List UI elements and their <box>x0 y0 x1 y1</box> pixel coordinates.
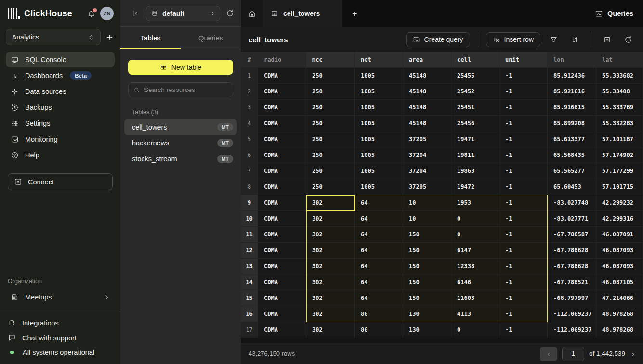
cell-cell[interactable]: 6146 <box>451 274 499 290</box>
cell-area[interactable]: 45148 <box>403 100 451 116</box>
cell-cell[interactable]: 4113 <box>451 306 499 322</box>
cell-mcc[interactable]: 250 <box>306 84 355 100</box>
cell-area[interactable]: 130 <box>403 306 451 322</box>
cell-mcc[interactable]: 250 <box>306 163 355 179</box>
row-number[interactable]: 12 <box>241 243 258 259</box>
cell-net[interactable]: 64 <box>355 290 403 306</box>
cell-radio[interactable]: CDMA <box>258 116 306 131</box>
cell-cell[interactable]: 11603 <box>451 290 499 306</box>
cell-mcc[interactable]: 302 <box>306 211 355 227</box>
cell-unit[interactable]: -1 <box>499 227 548 243</box>
cell-lat[interactable]: 46.087091 <box>596 227 643 243</box>
cell-radio[interactable]: CDMA <box>258 274 306 290</box>
cell-area[interactable]: 37204 <box>403 147 451 163</box>
cell-cell[interactable]: 19811 <box>451 147 499 163</box>
cell-cell[interactable]: 0 <box>451 211 499 227</box>
cell-lon[interactable]: -67.788521 <box>548 274 596 290</box>
cell-unit[interactable]: -1 <box>499 243 548 259</box>
cell-lon[interactable]: -112.069237 <box>548 306 596 322</box>
table-list-item-stocks_stream[interactable]: stocks_streamMT <box>124 151 237 167</box>
cell-cell[interactable]: 12338 <box>451 259 499 274</box>
cell-lon[interactable]: 85.921616 <box>548 84 596 100</box>
cell-lat[interactable]: 46.087093 <box>596 243 643 259</box>
cell-area[interactable]: 150 <box>403 290 451 306</box>
queries-button[interactable]: Queries <box>585 0 643 27</box>
cell-area[interactable]: 150 <box>403 274 451 290</box>
cell-lon[interactable]: 85.912436 <box>548 68 596 84</box>
cell-radio[interactable]: CDMA <box>258 100 306 116</box>
system-status[interactable]: All systems operational <box>8 349 113 356</box>
cell-radio[interactable]: CDMA <box>258 290 306 306</box>
cell-mcc[interactable]: 250 <box>306 179 355 195</box>
table-list-item-cell_towers[interactable]: cell_towersMT <box>124 119 237 135</box>
sidebar-item-help[interactable]: Help <box>6 147 115 163</box>
prev-page-button[interactable]: ‹ <box>540 347 557 361</box>
database-select[interactable]: default <box>146 6 220 21</box>
cell-lon[interactable]: 85.916815 <box>548 100 596 116</box>
row-number[interactable]: 2 <box>241 84 258 100</box>
column-header-cell[interactable]: cell <box>451 52 499 68</box>
notifications-bell-icon[interactable] <box>87 10 95 18</box>
cell-cell[interactable]: 0 <box>451 227 499 243</box>
sidebar-item-dashboards[interactable]: DashboardsBeta <box>6 68 115 83</box>
cell-area[interactable]: 45148 <box>403 116 451 131</box>
cell-area[interactable]: 150 <box>403 259 451 274</box>
cell-radio[interactable]: CDMA <box>258 259 306 274</box>
cell-lon[interactable]: -112.069237 <box>548 322 596 338</box>
cell-mcc[interactable]: 302 <box>306 290 355 306</box>
cell-lon[interactable]: 65.613377 <box>548 131 596 147</box>
cell-cell[interactable]: 25452 <box>451 84 499 100</box>
cell-lat[interactable]: 57.177299 <box>596 163 643 179</box>
cell-lat[interactable]: 55.333682 <box>596 68 643 84</box>
connect-button[interactable]: Connect <box>8 173 113 190</box>
cell-net[interactable]: 64 <box>355 227 403 243</box>
cell-lon[interactable]: -67.788587 <box>548 227 596 243</box>
row-number[interactable]: 7 <box>241 163 258 179</box>
cell-mcc[interactable]: 302 <box>306 227 355 243</box>
cell-net[interactable]: 1005 <box>355 68 403 84</box>
cell-cell[interactable]: 19863 <box>451 163 499 179</box>
row-number[interactable]: 4 <box>241 116 258 131</box>
cell-unit[interactable]: -1 <box>499 163 548 179</box>
row-number[interactable]: 14 <box>241 274 258 290</box>
cell-cell[interactable]: 19471 <box>451 131 499 147</box>
table-list-item-hackernews[interactable]: hackernewsMT <box>124 135 237 151</box>
cell-unit[interactable]: -1 <box>499 306 548 322</box>
home-button[interactable] <box>241 0 263 27</box>
cell-unit[interactable]: -1 <box>499 290 548 306</box>
cell-unit[interactable]: -1 <box>499 274 548 290</box>
cell-radio[interactable]: CDMA <box>258 68 306 84</box>
cell-radio[interactable]: CDMA <box>258 147 306 163</box>
cell-mcc[interactable]: 250 <box>306 68 355 84</box>
cell-area[interactable]: 45148 <box>403 68 451 84</box>
cell-net[interactable]: 64 <box>355 243 403 259</box>
cell-area[interactable]: 150 <box>403 243 451 259</box>
cell-mcc[interactable]: 250 <box>306 100 355 116</box>
cell-net[interactable]: 1005 <box>355 84 403 100</box>
cell-unit[interactable]: -1 <box>499 179 548 195</box>
column-header-lat[interactable]: lat <box>596 52 643 68</box>
new-table-button[interactable]: New table <box>128 60 233 75</box>
filter-button[interactable] <box>545 32 562 47</box>
column-header-lon[interactable]: lon <box>548 52 596 68</box>
row-number[interactable]: 8 <box>241 179 258 195</box>
cell-lat[interactable]: 46.087105 <box>596 274 643 290</box>
cell-mcc[interactable]: 250 <box>306 131 355 147</box>
cell-area[interactable]: 37204 <box>403 163 451 179</box>
row-number[interactable]: 1 <box>241 68 258 84</box>
cell-mcc[interactable]: 302 <box>306 306 355 322</box>
cell-lat[interactable]: 47.214066 <box>596 290 643 306</box>
tab-cell-towers[interactable]: cell_towers <box>263 0 342 27</box>
search-resources-input[interactable] <box>144 86 228 93</box>
cell-net[interactable]: 1005 <box>355 116 403 131</box>
cell-lon[interactable]: 65.568435 <box>548 147 596 163</box>
cell-unit[interactable]: -1 <box>499 100 548 116</box>
insert-row-button[interactable]: Insert row <box>486 32 540 47</box>
collapse-panel-icon[interactable] <box>132 9 140 17</box>
sort-button[interactable] <box>566 32 583 47</box>
cell-lat[interactable]: 42.299232 <box>596 195 643 211</box>
cell-area[interactable]: 10 <box>403 211 451 227</box>
cell-radio[interactable]: CDMA <box>258 306 306 322</box>
cell-radio[interactable]: CDMA <box>258 211 306 227</box>
cell-lon[interactable]: -67.788628 <box>548 243 596 259</box>
